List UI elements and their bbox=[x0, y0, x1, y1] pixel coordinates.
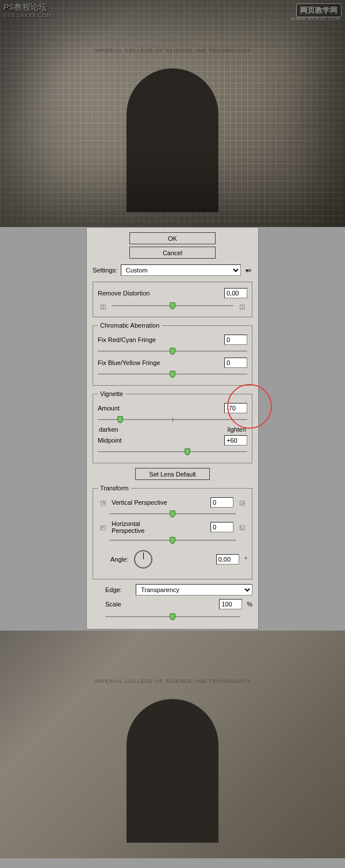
hpersp-left-icon: ◰ bbox=[98, 523, 108, 531]
watermark-right-sub: WWW.WEBJX.COM bbox=[291, 16, 340, 21]
remove-distortion-slider[interactable] bbox=[112, 302, 233, 310]
settings-label: Settings: bbox=[93, 267, 117, 274]
chromatic-legend: Chromatic Aberration bbox=[98, 322, 162, 329]
hpersp-right-icon: ◱ bbox=[237, 523, 247, 531]
settings-menu-icon[interactable]: ▾≡ bbox=[244, 267, 252, 274]
lens-correction-dialog: OK Cancel Settings: Custom ▾≡ Remove Dis… bbox=[86, 227, 259, 629]
lighten-label: lighten bbox=[228, 426, 246, 433]
transform-legend: Transform bbox=[98, 485, 131, 491]
barrel-icon: ◫ bbox=[98, 302, 108, 310]
angle-dial[interactable] bbox=[134, 550, 152, 569]
remove-distortion-input[interactable] bbox=[224, 288, 247, 298]
transform-group: Transform ◳ Vertical Perspective ◲ ◰ Hor… bbox=[93, 485, 252, 579]
vignette-group: Vignette Amount darken lighten Midpoint bbox=[93, 390, 252, 463]
red-cyan-slider[interactable] bbox=[98, 347, 247, 355]
hpersp-slider[interactable] bbox=[109, 536, 236, 544]
remove-distortion-group: Remove Distortion ◫ ◫ bbox=[93, 282, 252, 317]
blue-yellow-label: Fix Blue/Yellow Fringe bbox=[98, 359, 167, 366]
vignette-midpoint-slider[interactable] bbox=[98, 448, 247, 456]
edge-select[interactable]: Transparency bbox=[136, 584, 252, 596]
watermark-right: 网页教学网 bbox=[296, 3, 342, 17]
building-arch-result bbox=[126, 699, 218, 843]
hpersp-input[interactable] bbox=[210, 522, 233, 532]
edge-label: Edge: bbox=[105, 586, 131, 593]
cancel-button[interactable]: Cancel bbox=[129, 247, 216, 259]
watermark-left: PS教程论坛 BBS.16XX8.COM bbox=[3, 2, 52, 18]
preview-image-top: IMPERIAL COLLEGE OF SCIENCE AND TECHNOLO… bbox=[0, 0, 345, 227]
vpersp-slider[interactable] bbox=[109, 510, 236, 518]
building-facade: IMPERIAL COLLEGE OF SCIENCE AND TECHNOLO… bbox=[0, 0, 345, 227]
settings-select[interactable]: Custom bbox=[121, 264, 241, 276]
vpersp-label: Vertical Perspective bbox=[112, 499, 175, 506]
ok-button[interactable]: OK bbox=[129, 232, 216, 244]
building-arch bbox=[126, 68, 218, 212]
scale-label: Scale bbox=[105, 601, 131, 608]
scale-slider[interactable] bbox=[105, 613, 240, 621]
vignette-legend: Vignette bbox=[98, 390, 125, 397]
building-inscription-result: IMPERIAL COLLEGE OF SCIENCE AND TECHNOLO… bbox=[94, 678, 251, 684]
chromatic-aberration-group: Chromatic Aberration Fix Red/Cyan Fringe… bbox=[93, 322, 252, 386]
blue-yellow-input[interactable] bbox=[224, 358, 247, 368]
vpersp-bottom-icon: ◲ bbox=[237, 498, 247, 506]
darken-label: darken bbox=[99, 426, 118, 433]
scale-unit: % bbox=[247, 601, 252, 608]
vignette-midpoint-label: Midpoint bbox=[98, 437, 167, 444]
vpersp-input[interactable] bbox=[210, 497, 233, 508]
scale-input[interactable] bbox=[219, 599, 242, 609]
vignette-amount-label: Amount bbox=[98, 405, 167, 412]
angle-input[interactable] bbox=[216, 554, 239, 564]
angle-unit: ° bbox=[245, 556, 247, 563]
vpersp-top-icon: ◳ bbox=[98, 498, 108, 506]
pincushion-icon: ◫ bbox=[237, 302, 247, 310]
blue-yellow-slider[interactable] bbox=[98, 370, 247, 378]
building-facade-result: IMPERIAL COLLEGE OF SCIENCE AND TECHNOLO… bbox=[0, 631, 345, 858]
set-lens-default-button[interactable]: Set Lens Default bbox=[135, 468, 210, 480]
red-cyan-input[interactable] bbox=[224, 335, 247, 345]
result-image-bottom: IMPERIAL COLLEGE OF SCIENCE AND TECHNOLO… bbox=[0, 631, 345, 858]
vignette-amount-input[interactable] bbox=[224, 403, 247, 413]
building-inscription: IMPERIAL COLLEGE OF SCIENCE AND TECHNOLO… bbox=[94, 48, 251, 53]
vignette-midpoint-input[interactable] bbox=[224, 435, 247, 445]
hpersp-label: Horizontal Perspective bbox=[112, 520, 175, 534]
remove-distortion-label: Remove Distortion bbox=[98, 290, 167, 297]
red-cyan-label: Fix Red/Cyan Fringe bbox=[98, 336, 167, 343]
angle-label: Angle: bbox=[110, 556, 128, 563]
vignette-amount-slider[interactable] bbox=[98, 416, 247, 424]
